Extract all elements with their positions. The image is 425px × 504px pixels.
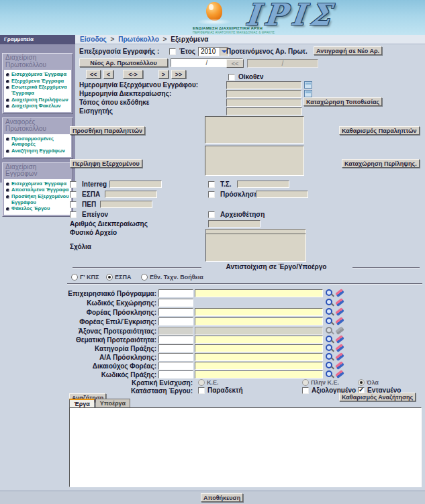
sidebar-item-summaries-management[interactable]: Διαχείριση Περιλήψεων: [5, 97, 70, 103]
status-acceptable-checkbox[interactable]: [198, 387, 205, 394]
clear-recipients-button[interactable]: Καθαρισμός Παραληπτών: [339, 126, 420, 135]
nav-first-button[interactable]: <<: [86, 70, 101, 79]
pep-checkbox[interactable]: [70, 201, 77, 208]
value-input[interactable]: [195, 317, 323, 325]
code-input[interactable]: [158, 362, 193, 370]
tab-subprojects[interactable]: Υποέργα: [95, 399, 130, 407]
sidebar-item-project-folder[interactable]: Φάκελος Έργου: [5, 206, 70, 212]
ts-checkbox[interactable]: [208, 181, 215, 188]
outgoing-date-label: Ημερομηνία Εξερχόμενου Εγγράφου:: [79, 81, 198, 89]
proposed-protocol-label: Προτεινόμενος Αρ. Πρωτ.: [226, 48, 308, 55]
clear-field-icon[interactable]: [336, 370, 344, 379]
clear-field-icon[interactable]: [336, 353, 344, 361]
breadcrumb-home-link[interactable]: Είσοδος: [80, 36, 107, 43]
issue-place-input[interactable]: [226, 99, 301, 107]
save-button[interactable]: Αποθήκευση: [201, 493, 243, 502]
code-input[interactable]: [158, 353, 193, 361]
sidebar-item-sent-docs[interactable]: Αποσταλμένα Έγγραφα: [5, 187, 70, 193]
sidebar-item-outgoing-documents[interactable]: Εξερχόμενα Έγγραφα: [5, 79, 70, 85]
clear-search-button[interactable]: Καθαρισμός Αναζήτησης: [339, 393, 416, 401]
search-lookup-icon[interactable]: [326, 353, 334, 362]
gkps-radio[interactable]: [71, 274, 78, 281]
prosklisi-checkbox[interactable]: [208, 191, 215, 198]
recipients-textarea[interactable]: [205, 116, 304, 144]
comments-textarea[interactable]: [205, 234, 306, 262]
code-input[interactable]: [158, 308, 193, 316]
value-input[interactable]: [195, 362, 323, 370]
clear-field-icon[interactable]: [336, 317, 344, 325]
ntb-radio[interactable]: [141, 274, 148, 281]
register-summary-button[interactable]: Καταχώρηση Περίληψης.: [342, 159, 420, 168]
nav-prev-button[interactable]: <: [103, 70, 113, 79]
year-select[interactable]: 2010: [198, 47, 229, 56]
nav-both-button[interactable]: <->: [123, 70, 143, 79]
espa-input[interactable]: [105, 191, 157, 198]
sidebar-item-incoming-documents[interactable]: Εισερχόμενα Έγγραφα: [5, 72, 70, 78]
new-protocol-number-button[interactable]: Νέος Αρ. Πρωτοκόλλου: [79, 58, 168, 67]
interreg-input[interactable]: [109, 181, 162, 188]
archive-checkbox[interactable]: [208, 211, 215, 218]
tab-projects[interactable]: Έργα: [69, 399, 95, 407]
code-input[interactable]: [158, 299, 193, 307]
nav-last-button[interactable]: >>: [171, 70, 186, 79]
value-input[interactable]: [195, 353, 323, 361]
add-recipients-button[interactable]: Προσθήκη Παραληπτών: [70, 126, 145, 135]
search-lookup-icon[interactable]: [326, 362, 334, 370]
breadcrumb-section-link[interactable]: Πρωτόκολλο: [118, 36, 159, 43]
value-input[interactable]: [195, 370, 323, 379]
sidebar-item-incoming-docs[interactable]: Εισερχόμενα Έγγραφα: [5, 181, 70, 187]
clear-field-icon[interactable]: [336, 344, 344, 352]
clear-field-icon[interactable]: [336, 362, 344, 370]
code-input[interactable]: [158, 317, 193, 325]
process-date-input[interactable]: [226, 90, 301, 98]
search-lookup-icon[interactable]: [326, 289, 334, 298]
state-aid-label: Κρατική Ενίσχυση:: [67, 379, 193, 387]
espa-checkbox[interactable]: [70, 191, 77, 198]
ts-input[interactable]: [237, 181, 289, 188]
espa-radio[interactable]: [106, 274, 113, 281]
oikothen-checkbox[interactable]: [228, 74, 235, 81]
code-input[interactable]: [158, 289, 193, 297]
process-number-input[interactable]: [208, 220, 261, 228]
search-lookup-icon[interactable]: [326, 344, 334, 353]
code-input[interactable]: [158, 344, 193, 352]
calendar-icon[interactable]: [304, 81, 312, 89]
bullet-icon: [6, 189, 9, 192]
outgoing-date-input[interactable]: [226, 81, 301, 89]
prosklisi-input[interactable]: [256, 191, 308, 198]
clear-field-icon[interactable]: [336, 336, 344, 344]
value-input[interactable]: [195, 308, 323, 316]
summary-textarea[interactable]: [205, 146, 304, 176]
search-lookup-icon[interactable]: [326, 370, 334, 379]
clear-field-icon[interactable]: [336, 308, 344, 316]
urgent-checkbox[interactable]: [70, 211, 77, 218]
sidebar-item-document-search[interactable]: Αναζήτηση Εγγράφων: [5, 148, 70, 154]
sidebar-item-folders-management[interactable]: Διαχείριση Φακέλων: [5, 103, 70, 109]
rapporteur-input[interactable]: [226, 107, 302, 115]
status-evaluated-checkbox[interactable]: [302, 387, 309, 394]
calendar-icon[interactable]: [304, 90, 312, 97]
clear-field-icon[interactable]: [336, 289, 344, 297]
value-input[interactable]: [195, 344, 323, 352]
edit-record-checkbox[interactable]: [169, 48, 176, 55]
sidebar-item-add-outgoing-doc[interactable]: Προσθήκη Εξερχομένου Εγγράφου: [5, 194, 70, 205]
iris-logo-text: ΙΡΙΣ: [244, 0, 337, 32]
interreg-checkbox[interactable]: [70, 181, 77, 188]
code-input[interactable]: [158, 336, 193, 344]
sidebar-item-custom-reports[interactable]: Προσαρμοσμένες Αναφορές: [5, 136, 70, 148]
value-input[interactable]: [195, 289, 323, 297]
value-input[interactable]: [195, 336, 323, 344]
register-location-button[interactable]: Καταχώρηση Τοποθεσίας: [303, 97, 382, 106]
clear-field-icon[interactable]: [336, 299, 344, 307]
search-lookup-icon[interactable]: [326, 299, 334, 307]
nav-next-button[interactable]: >: [158, 70, 169, 79]
copy-to-new-number-button[interactable]: Αντιγραφή σε Νέο Αρ.: [314, 46, 382, 55]
outgoing-summary-button[interactable]: Περίληψη Εξερχομένου: [70, 159, 142, 168]
search-lookup-icon[interactable]: [326, 317, 334, 326]
search-lookup-icon[interactable]: [326, 336, 334, 344]
results-list[interactable]: [69, 407, 422, 487]
sidebar-item-internal-outgoing-documents[interactable]: Εσωτερικά Εξερχόμενα Έγγραφα: [5, 85, 70, 96]
search-lookup-icon[interactable]: [326, 308, 334, 317]
pep-input[interactable]: [100, 201, 152, 208]
code-input[interactable]: [158, 370, 193, 379]
